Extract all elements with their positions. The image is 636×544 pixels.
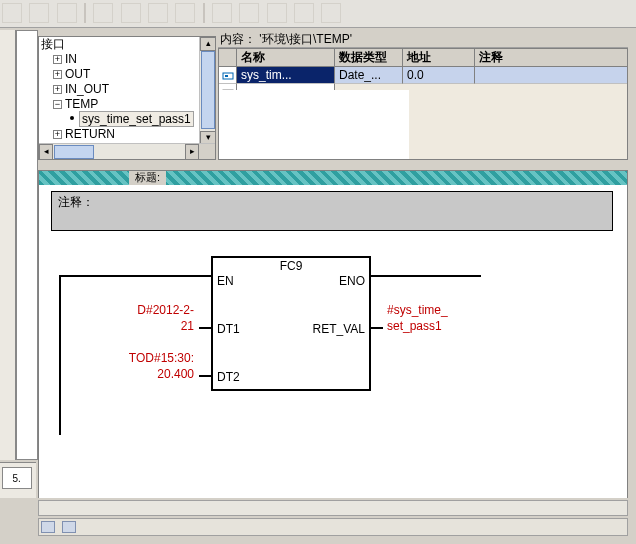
toolbar-icon[interactable] (93, 3, 113, 23)
pin-en[interactable]: EN (217, 274, 234, 288)
pin-dt2[interactable]: DT2 (217, 370, 240, 384)
grid-cell-name[interactable]: sys_tim... (237, 67, 335, 84)
grid-cell-comment[interactable] (475, 67, 627, 84)
tree-body[interactable]: 接口 +IN +OUT +IN_OUT −TEMP sys_time_set_p… (39, 37, 199, 143)
toolbar-icon[interactable] (239, 3, 259, 23)
tree-vscrollbar[interactable]: ▴ ▾ (199, 37, 215, 145)
tree-item-label: TEMP (65, 97, 98, 111)
expand-icon[interactable]: + (53, 55, 62, 64)
tree-item-label: OUT (65, 67, 90, 81)
scroll-left-icon[interactable]: ◂ (39, 144, 53, 160)
wire (59, 275, 211, 277)
network-comment-box[interactable]: 注释： (51, 191, 613, 231)
operand-dt1-line1[interactable]: D#2012-2- (94, 303, 194, 317)
tree-item-label: RETURN (65, 127, 115, 141)
operand-retval-line1[interactable]: #sys_time_ (387, 303, 527, 317)
variable-icon (67, 113, 76, 122)
path-prefix: 内容： (220, 32, 256, 46)
fc-block[interactable]: FC9 EN DT1 DT2 ENO RET_VAL (211, 256, 371, 391)
network-editor[interactable]: 标题: 注释： FC9 EN DT1 DT2 ENO RET_VA (38, 170, 628, 516)
left-gutter-inner (16, 30, 38, 460)
operand-dt2-line2[interactable]: 20.400 (94, 367, 194, 381)
content-path-bar: 内容： '环境\接口\TEMP' (218, 30, 628, 48)
toolbar (0, 0, 636, 28)
tree-item-label: sys_time_set_pass1 (79, 111, 194, 127)
tree-item-return[interactable]: +RETURN (39, 127, 199, 142)
toolbar-icon[interactable] (294, 3, 314, 23)
ladder-diagram[interactable]: FC9 EN DT1 DT2 ENO RET_VAL D#2012-2- 21 … (39, 251, 627, 501)
toolbar-icon[interactable] (212, 3, 232, 23)
tree-item-out[interactable]: +OUT (39, 67, 199, 82)
toolbar-icon[interactable] (2, 3, 22, 23)
wire (371, 275, 481, 277)
expand-icon[interactable]: + (53, 130, 62, 139)
tree-item-label: IN_OUT (65, 82, 109, 96)
tree-item-temp[interactable]: −TEMP (39, 97, 199, 112)
tree-item-inout[interactable]: +IN_OUT (39, 82, 199, 97)
grid-header-dtype[interactable]: 数据类型 (335, 49, 403, 66)
pin-retval[interactable]: RET_VAL (313, 322, 365, 336)
tree-root-label: 接口 (41, 37, 65, 51)
toolbar-icon[interactable] (175, 3, 195, 23)
tree-item-in[interactable]: +IN (39, 52, 199, 67)
expand-icon[interactable]: + (53, 85, 62, 94)
grid-cell-dtype[interactable]: Date_... (335, 67, 403, 84)
toolbar-icon[interactable] (57, 3, 77, 23)
pin-eno[interactable]: ENO (339, 274, 365, 288)
tree-hscrollbar[interactable]: ◂ ▸ (39, 143, 215, 159)
pin-dt1[interactable]: DT1 (217, 322, 240, 336)
svg-rect-1 (225, 75, 228, 77)
toolbar-separator (203, 3, 205, 23)
interface-tree[interactable]: 接口 +IN +OUT +IN_OUT −TEMP sys_time_set_p… (38, 36, 216, 160)
grid-header-comment[interactable]: 注释 (475, 49, 627, 66)
tree-root[interactable]: 接口 (39, 37, 199, 52)
tab-stub[interactable]: 5. (2, 467, 32, 489)
network-header-band[interactable]: 标题: (39, 171, 627, 185)
status-box[interactable] (41, 521, 55, 533)
grid-empty-area (218, 90, 628, 160)
wire (199, 327, 211, 329)
variable-icon (219, 67, 237, 84)
grid-header-gutter (219, 49, 237, 66)
grid-row[interactable]: sys_tim... Date_... 0.0 (219, 67, 627, 84)
scroll-right-icon[interactable]: ▸ (185, 144, 199, 160)
collapse-icon[interactable]: − (53, 100, 62, 109)
status-box[interactable] (62, 521, 76, 533)
comment-label: 注释： (58, 195, 94, 209)
grid-shade (409, 90, 627, 159)
tree-item-var[interactable]: sys_time_set_pass1 (39, 112, 199, 127)
grid-header-addr[interactable]: 地址 (403, 49, 475, 66)
tab-stub-label: 5. (13, 472, 21, 484)
left-gutter (0, 30, 16, 460)
toolbar-icon[interactable] (29, 3, 49, 23)
scroll-corner (199, 144, 215, 160)
wire (371, 327, 383, 329)
toolbar-icon[interactable] (121, 3, 141, 23)
grid-header-name[interactable]: 名称 (237, 49, 335, 66)
path-value: '环境\接口\TEMP' (259, 32, 352, 46)
toolbar-separator (84, 3, 86, 23)
toolbar-icon[interactable] (148, 3, 168, 23)
operand-dt2-line1[interactable]: TOD#15:30: (94, 351, 194, 365)
editor-hscrollbar[interactable] (38, 500, 628, 516)
operand-retval-line2[interactable]: set_pass1 (387, 319, 527, 333)
expand-icon[interactable]: + (53, 70, 62, 79)
scroll-thumb[interactable] (54, 145, 94, 159)
power-rail (59, 275, 61, 435)
toolbar-icon[interactable] (321, 3, 341, 23)
tree-item-label: IN (65, 52, 77, 66)
grid-header: 名称 数据类型 地址 注释 (219, 49, 627, 67)
app-root: { "path_bar": { "prefix": "内容：", "value"… (0, 0, 636, 544)
scroll-thumb[interactable] (201, 51, 215, 129)
network-band-tag: 标题: (129, 171, 166, 185)
wire (199, 375, 211, 377)
operand-dt1-line2[interactable]: 21 (94, 319, 194, 333)
toolbar-icon[interactable] (267, 3, 287, 23)
grid-cell-addr[interactable]: 0.0 (403, 67, 475, 84)
scroll-up-icon[interactable]: ▴ (200, 37, 216, 51)
status-strip (38, 518, 628, 536)
